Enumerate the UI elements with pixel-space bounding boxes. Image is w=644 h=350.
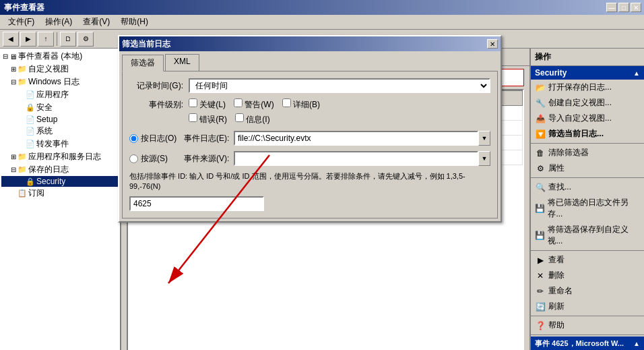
actions-list: 📂 打开保存的日志...🔧 创建自定义视图...📤 导入自定义视图...🔽 筛选… [531,80,644,333]
action-label: 将筛选器保存到自定义视... [548,224,640,247]
menu-view[interactable]: 查看(V) [77,15,115,29]
tree-expand-winlogs[interactable]: ⊟ [9,78,18,86]
cb-info-input[interactable] [235,113,244,122]
action-item[interactable]: 💾 将筛选器保存到自定义视... [531,222,644,249]
toolbar-copy[interactable]: 🗋 [60,32,76,47]
tree-item-forwarded[interactable]: · 📄 转发事件 [1,138,119,150]
log-label: 事件日志(E): [184,133,231,144]
action-icon: ✕ [535,271,546,281]
dialog-content: 记录时间(G): 任何时间 事件级别: 关键(L) 警告(W) 详细(B) [122,71,498,218]
action-item[interactable]: 📤 导入自定义视图... [531,111,644,126]
tree-item-setup[interactable]: · 📄 Setup [1,114,119,125]
actions-section-security: Security ▲ [531,66,644,80]
menu-file[interactable]: 文件(F) [3,15,40,29]
toolbar-forward[interactable]: ▶ [20,32,36,47]
action-item[interactable]: ▶ 查看 [531,252,644,268]
cb-verbose-input[interactable] [282,98,291,107]
action-label: 将已筛选的日志文件另存... [548,197,640,220]
log-icon-system: 📄 [26,127,35,136]
action-label: 删除 [548,270,565,281]
tree-item-app[interactable]: · 📄 应用程序 [1,88,119,101]
action-item[interactable]: ✏ 重命名 [531,283,644,299]
cb-critical[interactable]: 关键(L) [189,98,226,111]
radio-log[interactable] [129,134,138,143]
tree-label-saved: 保存的日志 [28,164,69,175]
toolbar-up[interactable]: ↑ [38,32,54,47]
dialog-close-button[interactable]: ✕ [487,39,498,49]
menu-bar: 文件(F) 操作(A) 查看(V) 帮助(H) [0,15,644,30]
dialog-title-bar: 筛选当前日志 ✕ [119,36,501,51]
action-icon: 💾 [535,231,545,240]
action-icon: 🔽 [535,129,546,139]
action-item[interactable]: ❓ 帮助 [531,318,644,333]
tree-item-sec-saved[interactable]: · 🔒 Security [1,176,119,187]
id-input[interactable] [129,196,264,211]
tree-label-app: 应用程序 [36,89,69,100]
action-icon: 🔄 [535,302,546,312]
action-separator [531,316,644,316]
action-item[interactable]: 🔽 筛选当前日志... [531,126,644,142]
toolbar-properties[interactable]: ⚙ [77,32,94,47]
cb-critical-input[interactable] [189,98,197,107]
source-input[interactable] [234,151,478,166]
action-item[interactable]: 🔍 查找... [531,179,644,195]
tree-item-security[interactable]: · 🔒 安全 [1,101,119,114]
menu-help[interactable]: 帮助(H) [115,15,154,29]
action-icon: 💾 [535,204,545,213]
dialog-title: 筛选当前日志 [122,38,170,50]
action-label: 打开保存的日志... [548,82,612,93]
checkbox-group-1: 关键(L) 警告(W) 详细(B) [189,98,490,111]
tab-xml[interactable]: XML [165,54,199,71]
tree-expand-custom[interactable]: ⊞ [9,65,18,73]
cb-error[interactable]: 错误(R) [189,113,227,125]
cb-verbose[interactable]: 详细(B) [282,98,320,111]
action-icon: 🔍 [535,183,546,192]
tree-label-custom: 自定义视图 [28,63,69,75]
tree-label-root: 事件查看器 (本地) [18,51,82,62]
source-dropdown-btn[interactable]: ▼ [478,151,490,166]
cb-error-input[interactable] [189,113,197,122]
menu-action[interactable]: 操作(A) [40,15,77,29]
action-label: 属性 [548,163,565,174]
close-button[interactable]: ✕ [631,3,641,12]
tree-item-saved[interactable]: ⊟ 📁 保存的日志 [1,163,119,176]
tree-item-appsvc[interactable]: ⊞ 📁 应用程序和服务日志 [1,150,119,163]
log-dropdown-btn[interactable]: ▼ [478,131,490,146]
toolbar-back[interactable]: ◀ [3,32,19,47]
tree-label-forwarded: 转发事件 [36,138,69,150]
folder-icon-saved: 📁 [18,165,27,174]
action-item[interactable]: ✕ 删除 [531,268,644,283]
minimize-button[interactable]: — [606,3,617,12]
action-separator-sub [531,334,644,335]
tree-item-subscribe[interactable]: · 📋 订阅 [1,187,119,200]
action-item[interactable]: 💾 将已筛选的日志文件另存... [531,195,644,222]
action-icon: ✏ [535,287,546,296]
cb-warning-input[interactable] [234,98,243,107]
tree-item-custom[interactable]: ⊞ 📁 自定义视图 [1,63,119,76]
tree-item-winlogs[interactable]: ⊟ 📁 Windows 日志 [1,76,119,88]
source-row: 按源(S) 事件来源(V): ▼ [129,151,490,166]
action-label: 帮助 [548,320,565,331]
action-label: 清除筛选器 [548,147,589,158]
tree-item-root[interactable]: ⊟ 🖥 事件查看器 (本地) [1,50,119,63]
action-item[interactable]: 🗑 清除筛选器 [531,145,644,161]
action-item[interactable]: ⚙ 属性 [531,161,644,176]
log-icon-forwarded: 📄 [26,140,35,148]
source-label: 事件来源(V): [184,153,231,165]
folder-icon-appsvc: 📁 [18,152,27,161]
action-icon: 🔧 [535,98,546,108]
radio-source[interactable] [129,154,138,163]
action-item[interactable]: 📂 打开保存的日志... [531,80,644,95]
action-item[interactable]: 🔧 创建自定义视图... [531,95,644,111]
maximize-button[interactable]: □ [618,3,629,12]
cb-warning[interactable]: 警告(W) [234,98,274,111]
actions-panel: 操作 Security ▲ 📂 打开保存的日志...🔧 创建自定义视图...📤 … [529,49,644,350]
action-item[interactable]: 🔄 刷新 [531,299,644,314]
tree-expand-root[interactable]: ⊟ [1,53,9,60]
tab-filter[interactable]: 筛选器 [122,55,164,71]
log-row: 按日志(O) 事件日志(E): ▼ [129,131,490,146]
cb-info[interactable]: 信息(I) [235,113,270,125]
tree-item-system[interactable]: · 📄 系统 [1,125,119,138]
log-input[interactable] [234,131,478,146]
time-select[interactable]: 任何时间 [189,78,490,93]
